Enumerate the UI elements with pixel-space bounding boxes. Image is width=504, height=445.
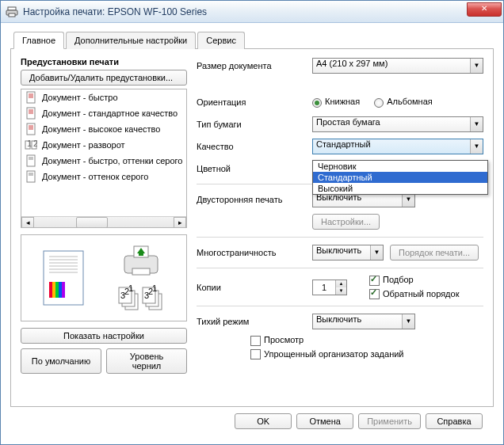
chevron-down-icon: ▼: [470, 117, 483, 131]
preview-checkbox[interactable]: Просмотр: [250, 335, 404, 346]
svg-rect-35: [59, 282, 62, 298]
ok-button[interactable]: OK: [235, 413, 292, 429]
quality-dropdown-list[interactable]: Черновик Стандартный Высокий: [312, 160, 488, 195]
page-preview-icon: [43, 250, 84, 306]
tab-main[interactable]: Главное: [13, 32, 64, 49]
radio-dot-icon: [312, 98, 322, 108]
close-button[interactable]: ✕: [467, 2, 502, 17]
tab-strip: Главное Дополнительные настройки Сервис: [10, 31, 494, 49]
chevron-down-icon: ▼: [370, 245, 383, 260]
defaults-button[interactable]: По умолчанию: [21, 348, 101, 374]
paper-type-label: Тип бумаги: [197, 120, 306, 129]
duplex-settings-button: Настройки...: [312, 214, 380, 230]
checkbox-icon: [369, 289, 380, 299]
svg-rect-33: [52, 282, 55, 298]
edit-presets-button[interactable]: Добавить/Удалить предустановки...: [21, 70, 187, 86]
apply-button: Применить: [358, 413, 421, 429]
preset-item[interactable]: Документ - стандартное качество: [21, 105, 186, 121]
document-icon: [25, 123, 37, 135]
help-button[interactable]: Справка: [426, 413, 483, 429]
checkbox-icon: [250, 336, 261, 346]
svg-rect-40: [139, 253, 143, 256]
spread-icon: 12: [25, 139, 37, 151]
preset-item[interactable]: 12Документ - разворот: [21, 137, 186, 153]
checkbox-icon: [369, 276, 380, 286]
svg-text:1: 1: [128, 283, 133, 293]
chevron-down-icon: ▼: [470, 139, 483, 154]
document-gray-icon: [25, 154, 37, 167]
page-order-button: Порядок печати...: [390, 245, 479, 261]
show-settings-button[interactable]: Показать настройки: [21, 328, 187, 344]
svg-text:1: 1: [152, 283, 157, 293]
doc-size-label: Размер документа: [197, 61, 306, 70]
chevron-down-icon: ▼: [470, 59, 483, 73]
quality-option[interactable]: Высокий: [313, 183, 487, 194]
doc-size-select[interactable]: A4 (210 x 297 мм)▼: [312, 58, 483, 74]
svg-rect-2: [9, 13, 15, 17]
radio-portrait[interactable]: Книжная: [312, 97, 360, 107]
titlebar: Настройка печати: EPSON WF-100 Series ✕: [1, 1, 503, 23]
svg-rect-0: [8, 7, 16, 10]
copies-stepper[interactable]: ▲▼: [312, 280, 347, 295]
svg-rect-19: [27, 155, 35, 166]
document-icon: [25, 91, 37, 104]
svg-rect-32: [49, 282, 52, 298]
quality-option[interactable]: Черновик: [313, 161, 487, 172]
reverse-checkbox[interactable]: Обратный порядок: [369, 289, 459, 300]
paper-type-select[interactable]: Простая бумага▼: [312, 116, 483, 132]
copies-label: Копии: [197, 283, 306, 292]
duplex-label: Двусторонняя печать: [197, 195, 306, 204]
chevron-down-icon: ▼: [402, 314, 414, 329]
cancel-button[interactable]: Отмена: [296, 413, 353, 429]
quiet-label: Тихий режим: [197, 317, 306, 326]
svg-rect-34: [55, 282, 59, 298]
printer-icon: [6, 6, 18, 18]
svg-rect-22: [27, 171, 35, 182]
scroll-left-icon[interactable]: ◂: [21, 217, 34, 228]
quality-select[interactable]: Стандартный▼: [312, 139, 483, 154]
tab-service[interactable]: Сервис: [197, 32, 245, 49]
checkbox-icon: [250, 349, 261, 359]
multipage-label: Многостраничность: [197, 248, 306, 257]
preview-area: 321321: [21, 234, 187, 321]
quality-label: Качество: [197, 142, 306, 151]
svg-rect-36: [62, 282, 65, 298]
multipage-select[interactable]: Выключить▼: [312, 245, 384, 261]
svg-rect-41: [132, 268, 150, 275]
preset-item[interactable]: Документ - быстро, оттенки серого: [21, 153, 186, 169]
spin-down-icon[interactable]: ▼: [335, 287, 346, 295]
presets-list[interactable]: Документ - быстро Документ - стандартное…: [21, 89, 187, 228]
quality-option[interactable]: Стандартный: [313, 172, 487, 183]
radio-landscape[interactable]: Альбомная: [374, 97, 433, 107]
scroll-thumb[interactable]: [76, 217, 108, 228]
orientation-label: Ориентация: [197, 97, 306, 107]
tab-advanced[interactable]: Дополнительные настройки: [66, 32, 196, 49]
ink-levels-button[interactable]: Уровень чернил: [106, 348, 187, 374]
svg-text:1: 1: [27, 139, 32, 148]
document-icon: [25, 107, 37, 120]
radio-dot-icon: [374, 98, 384, 108]
collate-preview-icon: 321321: [117, 283, 165, 311]
preset-item[interactable]: Документ - оттенок серого: [21, 169, 186, 184]
preset-item[interactable]: Документ - высокое качество: [21, 121, 186, 137]
spin-up-icon[interactable]: ▲: [335, 280, 346, 287]
simplified-checkbox[interactable]: Упрощенный организатор заданий: [250, 349, 404, 360]
window-title: Настройка печати: EPSON WF-100 Series: [23, 6, 467, 17]
copies-input[interactable]: [313, 280, 335, 295]
svg-text:2: 2: [33, 139, 37, 148]
presets-title: Предустановки печати: [21, 57, 187, 67]
h-scrollbar[interactable]: ◂ ▸: [21, 216, 186, 228]
scroll-right-icon[interactable]: ▸: [174, 217, 186, 228]
printer-preview-icon: [120, 245, 162, 280]
document-gray-icon: [25, 170, 37, 183]
preset-item[interactable]: Документ - быстро: [21, 89, 186, 105]
quiet-select[interactable]: Выключить▼: [312, 314, 415, 329]
collate-checkbox[interactable]: Подбор: [369, 275, 459, 286]
color-label: Цветной: [197, 164, 306, 173]
